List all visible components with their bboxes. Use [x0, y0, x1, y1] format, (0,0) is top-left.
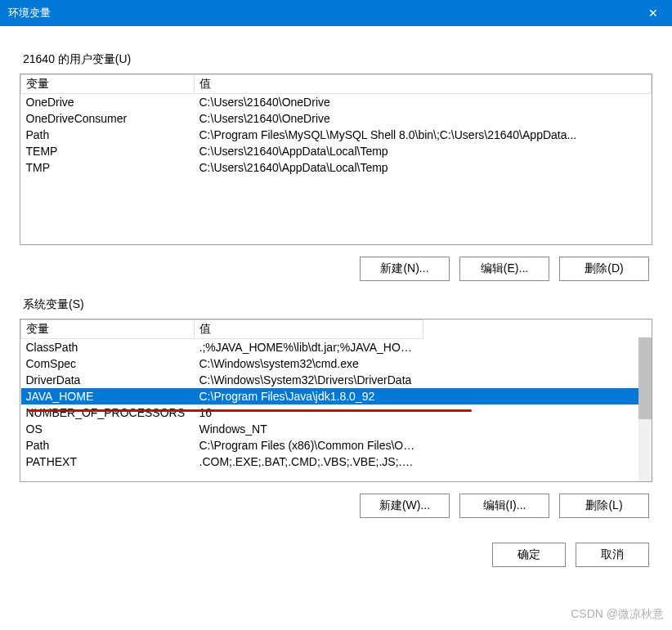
user-vars-table[interactable]: 变量 值 OneDriveC:\Users\21640\OneDriveOneD… [20, 74, 652, 176]
var-name-cell: OneDriveConsumer [21, 110, 195, 127]
table-row[interactable]: OSWindows_NT [21, 421, 652, 437]
var-value-cell: C:\Windows\System32\Drivers\DriverData [195, 372, 423, 388]
user-vars-table-container: 变量 值 OneDriveC:\Users\21640\OneDriveOneD… [20, 74, 652, 245]
table-row[interactable]: PathC:\Program Files\MySQL\MySQL Shell 8… [21, 127, 652, 143]
table-row[interactable]: ClassPath.;%JAVA_HOME%\lib\dt.jar;%JAVA_… [21, 339, 652, 356]
var-value-cell: C:\Program Files\MySQL\MySQL Shell 8.0\b… [195, 127, 652, 143]
table-row[interactable]: DriverDataC:\Windows\System32\Drivers\Dr… [21, 372, 652, 388]
table-row[interactable]: PathC:\Program Files (x86)\Common Files\… [21, 437, 652, 454]
watermark: CSDN @微凉秋意 [571, 607, 664, 622]
table-row[interactable]: JAVA_HOMEC:\Program Files\Java\jdk1.8.0_… [21, 388, 652, 404]
sys-edit-button[interactable]: 编辑(I)... [459, 494, 549, 518]
var-value-cell: C:\Windows\system32\cmd.exe [195, 355, 423, 372]
table-row[interactable]: OneDriveC:\Users\21640\OneDrive [21, 94, 652, 111]
ok-button[interactable]: 确定 [492, 543, 566, 567]
sys-scrollbar-thumb[interactable] [638, 337, 652, 419]
var-value-cell: C:\Users\21640\OneDrive [195, 94, 652, 111]
sys-delete-button[interactable]: 删除(L) [559, 494, 649, 518]
var-name-cell: OS [21, 421, 195, 437]
user-delete-button[interactable]: 删除(D) [559, 257, 649, 281]
sys-col-name[interactable]: 变量 [21, 320, 195, 339]
user-edit-button[interactable]: 编辑(E)... [459, 257, 549, 281]
title-bar: 环境变量 ✕ [0, 0, 672, 26]
var-name-cell: DriverData [21, 372, 195, 388]
close-button[interactable]: ✕ [634, 0, 672, 26]
var-name-cell: OneDrive [21, 94, 195, 111]
var-value-cell: C:\Users\21640\AppData\Local\Temp [195, 159, 652, 176]
table-row[interactable]: TEMPC:\Users\21640\AppData\Local\Temp [21, 143, 652, 159]
sys-vars-table[interactable]: 变量 值 ClassPath.;%JAVA_HOME%\lib\dt.jar;%… [20, 319, 652, 470]
var-value-cell: C:\Program Files (x86)\Common Files\Orac… [195, 437, 423, 454]
close-icon: ✕ [648, 7, 658, 20]
table-row[interactable]: OneDriveConsumerC:\Users\21640\OneDrive [21, 110, 652, 127]
table-row[interactable]: TMPC:\Users\21640\AppData\Local\Temp [21, 159, 652, 176]
user-vars-label: 21640 的用户变量(U) [23, 52, 652, 67]
var-name-cell: Path [21, 437, 195, 454]
user-vars-buttons: 新建(N)... 编辑(E)... 删除(D) [20, 257, 649, 281]
window-title: 环境变量 [8, 6, 51, 20]
var-name-cell: NUMBER_OF_PROCESSORS [21, 404, 195, 421]
var-name-cell: PATHEXT [21, 454, 195, 470]
table-row[interactable]: PATHEXT.COM;.EXE;.BAT;.CMD;.VBS;.VBE;.JS… [21, 454, 652, 470]
user-col-name[interactable]: 变量 [21, 75, 195, 94]
var-value-cell: .COM;.EXE;.BAT;.CMD;.VBS;.VBE;.JS;.JSE;.… [195, 454, 423, 470]
var-value-cell: .;%JAVA_HOME%\lib\dt.jar;%JAVA_HOME%\lib… [195, 339, 423, 356]
var-value-cell: 16 [195, 404, 423, 421]
var-value-cell: C:\Program Files\Java\jdk1.8.0_92 [195, 388, 423, 404]
sys-vars-buttons: 新建(W)... 编辑(I)... 删除(L) [20, 494, 649, 518]
var-name-cell: Path [21, 127, 195, 143]
sys-vars-label: 系统变量(S) [23, 297, 652, 312]
var-name-cell: ClassPath [21, 339, 195, 356]
sys-vars-table-container: 变量 值 ClassPath.;%JAVA_HOME%\lib\dt.jar;%… [20, 319, 652, 482]
user-new-button[interactable]: 新建(N)... [360, 257, 450, 281]
dialog-content: 21640 的用户变量(U) 变量 值 OneDriveC:\Users\216… [0, 26, 672, 580]
table-row[interactable]: ComSpecC:\Windows\system32\cmd.exe [21, 355, 652, 372]
var-name-cell: TEMP [21, 143, 195, 159]
sys-col-value[interactable]: 值 [195, 320, 423, 339]
table-row[interactable]: NUMBER_OF_PROCESSORS16 [21, 404, 652, 421]
var-value-cell: C:\Users\21640\OneDrive [195, 110, 652, 127]
var-value-cell: C:\Users\21640\AppData\Local\Temp [195, 143, 652, 159]
dialog-footer: 确定 取消 [20, 543, 649, 567]
user-col-value[interactable]: 值 [195, 75, 652, 94]
var-name-cell: ComSpec [21, 355, 195, 372]
cancel-button[interactable]: 取消 [576, 543, 649, 567]
var-value-cell: Windows_NT [195, 421, 423, 437]
var-name-cell: JAVA_HOME [21, 388, 195, 404]
sys-new-button[interactable]: 新建(W)... [360, 494, 450, 518]
var-name-cell: TMP [21, 159, 195, 176]
